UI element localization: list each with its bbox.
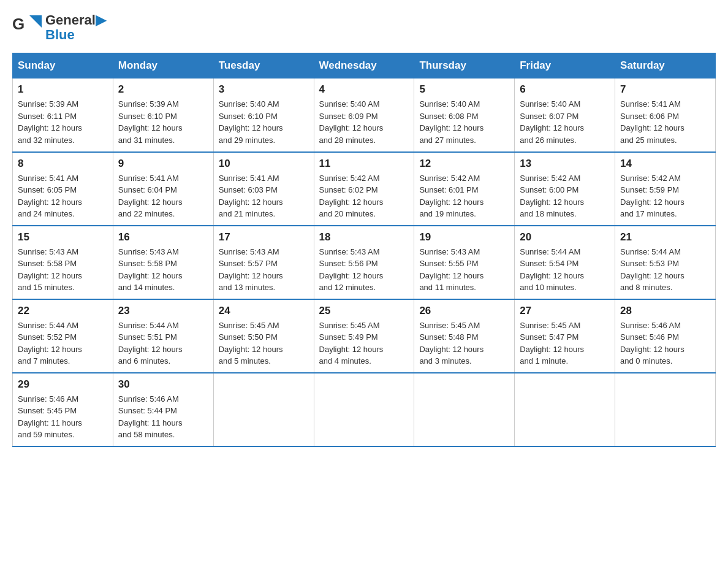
day-info: Sunrise: 5:42 AMSunset: 6:01 PMDaylight:… <box>419 174 483 219</box>
week-row-3: 15 Sunrise: 5:43 AMSunset: 5:58 PMDaylig… <box>13 226 716 299</box>
calendar-cell: 14 Sunrise: 5:42 AMSunset: 5:59 PMDaylig… <box>615 152 716 226</box>
calendar-cell: 24 Sunrise: 5:45 AMSunset: 5:50 PMDaylig… <box>213 299 314 373</box>
day-number: 23 <box>118 305 208 317</box>
day-info: Sunrise: 5:41 AMSunset: 6:06 PMDaylight:… <box>620 99 684 145</box>
page-header: G General▶ Blue <box>12 12 716 43</box>
calendar-cell: 5 Sunrise: 5:40 AMSunset: 6:08 PMDayligh… <box>414 79 515 152</box>
day-info: Sunrise: 5:42 AMSunset: 5:59 PMDaylight:… <box>620 174 684 219</box>
logo-line2: Blue <box>45 28 106 42</box>
day-info: Sunrise: 5:41 AMSunset: 6:03 PMDaylight:… <box>219 174 283 219</box>
day-number: 21 <box>620 231 710 243</box>
day-number: 18 <box>319 231 409 243</box>
day-number: 17 <box>219 231 309 243</box>
day-number: 11 <box>319 158 409 170</box>
svg-marker-1 <box>29 15 42 28</box>
calendar-cell: 3 Sunrise: 5:40 AMSunset: 6:10 PMDayligh… <box>213 79 314 152</box>
day-number: 26 <box>419 305 509 317</box>
calendar-cell <box>213 373 314 446</box>
calendar-cell: 23 Sunrise: 5:44 AMSunset: 5:51 PMDaylig… <box>113 299 213 373</box>
day-info: Sunrise: 5:46 AMSunset: 5:46 PMDaylight:… <box>620 321 684 366</box>
day-number: 12 <box>419 158 509 170</box>
day-info: Sunrise: 5:41 AMSunset: 6:04 PMDaylight:… <box>118 174 183 219</box>
day-number: 1 <box>18 83 108 96</box>
calendar-cell: 10 Sunrise: 5:41 AMSunset: 6:03 PMDaylig… <box>213 152 314 226</box>
day-number: 25 <box>319 305 409 317</box>
day-info: Sunrise: 5:46 AMSunset: 5:44 PMDaylight:… <box>118 394 183 440</box>
calendar-cell: 1 Sunrise: 5:39 AMSunset: 6:11 PMDayligh… <box>13 79 113 152</box>
day-info: Sunrise: 5:45 AMSunset: 5:48 PMDaylight:… <box>419 321 483 366</box>
day-info: Sunrise: 5:39 AMSunset: 6:10 PMDaylight:… <box>118 99 183 145</box>
calendar-cell: 27 Sunrise: 5:45 AMSunset: 5:47 PMDaylig… <box>515 299 615 373</box>
day-info: Sunrise: 5:44 AMSunset: 5:53 PMDaylight:… <box>620 247 684 293</box>
calendar-cell: 2 Sunrise: 5:39 AMSunset: 6:10 PMDayligh… <box>113 79 213 152</box>
day-header-thursday: Thursday <box>414 53 515 79</box>
day-info: Sunrise: 5:40 AMSunset: 6:08 PMDaylight:… <box>419 99 483 145</box>
calendar-cell <box>515 373 615 446</box>
calendar-cell: 28 Sunrise: 5:46 AMSunset: 5:46 PMDaylig… <box>615 299 716 373</box>
week-row-4: 22 Sunrise: 5:44 AMSunset: 5:52 PMDaylig… <box>13 299 716 373</box>
day-info: Sunrise: 5:43 AMSunset: 5:58 PMDaylight:… <box>18 247 82 293</box>
calendar-cell: 7 Sunrise: 5:41 AMSunset: 6:06 PMDayligh… <box>615 79 716 152</box>
logo-line1: General▶ <box>45 13 106 28</box>
day-number: 4 <box>319 83 409 96</box>
day-info: Sunrise: 5:46 AMSunset: 5:45 PMDaylight:… <box>18 394 82 440</box>
logo: G General▶ Blue <box>12 12 106 43</box>
day-info: Sunrise: 5:42 AMSunset: 6:02 PMDaylight:… <box>319 174 384 219</box>
day-info: Sunrise: 5:43 AMSunset: 5:57 PMDaylight:… <box>219 247 283 293</box>
calendar-cell: 20 Sunrise: 5:44 AMSunset: 5:54 PMDaylig… <box>515 226 615 299</box>
day-number: 9 <box>118 158 208 170</box>
calendar-cell: 26 Sunrise: 5:45 AMSunset: 5:48 PMDaylig… <box>414 299 515 373</box>
logo-svg: G <box>12 12 43 43</box>
calendar-cell <box>314 373 414 446</box>
calendar-cell: 13 Sunrise: 5:42 AMSunset: 6:00 PMDaylig… <box>515 152 615 226</box>
day-header-friday: Friday <box>515 53 615 79</box>
day-header-saturday: Saturday <box>615 53 716 79</box>
calendar-cell: 25 Sunrise: 5:45 AMSunset: 5:49 PMDaylig… <box>314 299 414 373</box>
day-number: 3 <box>219 83 309 96</box>
day-info: Sunrise: 5:39 AMSunset: 6:11 PMDaylight:… <box>18 99 82 145</box>
day-info: Sunrise: 5:40 AMSunset: 6:07 PMDaylight:… <box>520 99 584 145</box>
day-header-wednesday: Wednesday <box>314 53 414 79</box>
day-info: Sunrise: 5:44 AMSunset: 5:51 PMDaylight:… <box>118 321 183 366</box>
calendar-table: SundayMondayTuesdayWednesdayThursdayFrid… <box>12 53 716 447</box>
calendar-cell: 17 Sunrise: 5:43 AMSunset: 5:57 PMDaylig… <box>213 226 314 299</box>
calendar-cell: 21 Sunrise: 5:44 AMSunset: 5:53 PMDaylig… <box>615 226 716 299</box>
day-info: Sunrise: 5:40 AMSunset: 6:10 PMDaylight:… <box>219 99 283 145</box>
day-number: 7 <box>620 83 710 96</box>
day-info: Sunrise: 5:43 AMSunset: 5:58 PMDaylight:… <box>118 247 183 293</box>
calendar-cell: 11 Sunrise: 5:42 AMSunset: 6:02 PMDaylig… <box>314 152 414 226</box>
svg-text:G: G <box>12 15 25 33</box>
day-header-tuesday: Tuesday <box>213 53 314 79</box>
day-number: 16 <box>118 231 208 243</box>
day-number: 2 <box>118 83 208 96</box>
calendar-cell: 12 Sunrise: 5:42 AMSunset: 6:01 PMDaylig… <box>414 152 515 226</box>
day-number: 10 <box>219 158 309 170</box>
calendar-cell: 22 Sunrise: 5:44 AMSunset: 5:52 PMDaylig… <box>13 299 113 373</box>
day-number: 20 <box>520 231 610 243</box>
day-info: Sunrise: 5:43 AMSunset: 5:55 PMDaylight:… <box>419 247 483 293</box>
day-number: 6 <box>520 83 610 96</box>
calendar-cell: 18 Sunrise: 5:43 AMSunset: 5:56 PMDaylig… <box>314 226 414 299</box>
week-row-5: 29 Sunrise: 5:46 AMSunset: 5:45 PMDaylig… <box>13 373 716 446</box>
calendar-cell <box>615 373 716 446</box>
day-header-monday: Monday <box>113 53 213 79</box>
calendar-cell: 15 Sunrise: 5:43 AMSunset: 5:58 PMDaylig… <box>13 226 113 299</box>
day-number: 28 <box>620 305 710 317</box>
day-info: Sunrise: 5:45 AMSunset: 5:47 PMDaylight:… <box>520 321 584 366</box>
week-row-2: 8 Sunrise: 5:41 AMSunset: 6:05 PMDayligh… <box>13 152 716 226</box>
calendar-cell: 30 Sunrise: 5:46 AMSunset: 5:44 PMDaylig… <box>113 373 213 446</box>
day-number: 24 <box>219 305 309 317</box>
calendar-cell: 6 Sunrise: 5:40 AMSunset: 6:07 PMDayligh… <box>515 79 615 152</box>
day-info: Sunrise: 5:41 AMSunset: 6:05 PMDaylight:… <box>18 174 82 219</box>
days-header-row: SundayMondayTuesdayWednesdayThursdayFrid… <box>13 53 716 79</box>
day-info: Sunrise: 5:44 AMSunset: 5:54 PMDaylight:… <box>520 247 584 293</box>
calendar-cell: 4 Sunrise: 5:40 AMSunset: 6:09 PMDayligh… <box>314 79 414 152</box>
day-number: 19 <box>419 231 509 243</box>
day-number: 22 <box>18 305 108 317</box>
week-row-1: 1 Sunrise: 5:39 AMSunset: 6:11 PMDayligh… <box>13 79 716 152</box>
day-header-sunday: Sunday <box>13 53 113 79</box>
day-number: 14 <box>620 158 710 170</box>
day-number: 13 <box>520 158 610 170</box>
calendar-cell: 16 Sunrise: 5:43 AMSunset: 5:58 PMDaylig… <box>113 226 213 299</box>
day-number: 29 <box>18 378 108 391</box>
